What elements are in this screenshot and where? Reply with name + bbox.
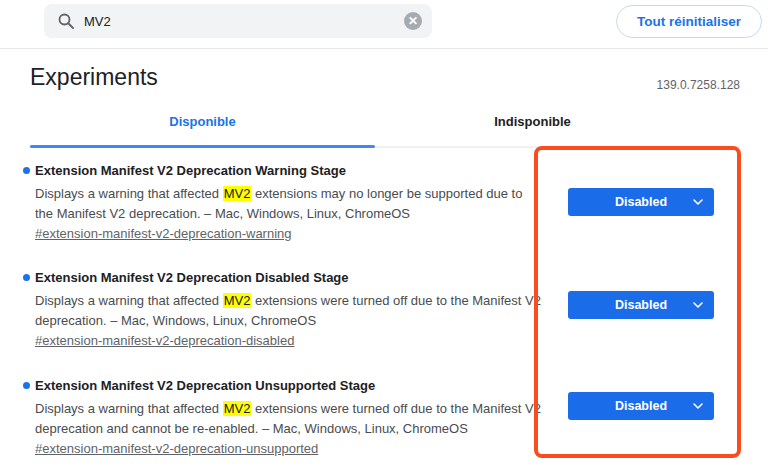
experiment-description-line2: the Manifest V2 deprecation. – Mac, Wind… xyxy=(35,205,410,222)
experiment-description-line1: Displays a warning that affected MV2 ext… xyxy=(35,400,541,417)
search-icon xyxy=(58,13,74,29)
flag-bullet-icon xyxy=(23,274,30,281)
search-highlight: MV2 xyxy=(223,186,252,201)
select-value: Disabled xyxy=(615,298,667,312)
experiment-title: Extension Manifest V2 Deprecation Disabl… xyxy=(35,269,575,286)
tab-divider-line xyxy=(375,146,740,148)
select-value: Disabled xyxy=(615,399,667,413)
experiment-description-line1: Displays a warning that affected MV2 ext… xyxy=(35,292,541,309)
reset-all-button[interactable]: Tout réinitialiser xyxy=(616,5,762,38)
experiment-select-unsupported[interactable]: Disabled xyxy=(568,392,714,420)
chevron-down-icon xyxy=(693,302,703,308)
search-input[interactable]: MV2 ✕ xyxy=(44,4,432,38)
flag-bullet-icon xyxy=(23,167,30,174)
clear-search-icon[interactable]: ✕ xyxy=(404,12,422,30)
experiment-permalink[interactable]: #extension-manifest-v2-deprecation-unsup… xyxy=(35,441,318,456)
version-label: 139.0.7258.128 xyxy=(657,78,740,92)
tab-active-underline xyxy=(30,145,375,148)
experiment-select-warning[interactable]: Disabled xyxy=(568,188,714,216)
experiment-description-line2: deprecation. – Mac, Windows, Linux, Chro… xyxy=(35,312,316,329)
experiment-permalink[interactable]: #extension-manifest-v2-deprecation-disab… xyxy=(35,333,294,348)
experiment-title: Extension Manifest V2 Deprecation Unsupp… xyxy=(35,377,575,394)
page-title: Experiments xyxy=(30,64,158,91)
header-divider xyxy=(0,48,768,49)
experiment-title: Extension Manifest V2 Deprecation Warnin… xyxy=(35,162,575,179)
experiment-row-warning: Extension Manifest V2 Deprecation Warnin… xyxy=(35,162,575,179)
search-highlight: MV2 xyxy=(223,401,252,416)
search-value[interactable]: MV2 xyxy=(84,14,404,29)
desc-text: Displays a warning that affected xyxy=(35,186,223,201)
experiment-description-line1: Displays a warning that affected MV2 ext… xyxy=(35,185,522,202)
chevron-down-icon xyxy=(693,199,703,205)
flag-bullet-icon xyxy=(23,382,30,389)
flags-page: MV2 ✕ Tout réinitialiser Experiments 139… xyxy=(0,0,768,473)
experiment-select-disabled[interactable]: Disabled xyxy=(568,291,714,319)
desc-text: Displays a warning that affected xyxy=(35,401,223,416)
tab-available[interactable]: Disponible xyxy=(30,114,375,129)
experiment-row-unsupported: Extension Manifest V2 Deprecation Unsupp… xyxy=(35,377,575,394)
desc-text: Displays a warning that affected xyxy=(35,293,223,308)
tab-unavailable[interactable]: Indisponible xyxy=(375,114,690,129)
experiment-permalink[interactable]: #extension-manifest-v2-deprecation-warni… xyxy=(35,226,292,241)
select-value: Disabled xyxy=(615,195,667,209)
desc-text: extensions were turned off due to the Ma… xyxy=(251,401,541,416)
experiment-description-line2: deprecation and cannot be re-enabled. – … xyxy=(35,420,468,437)
search-highlight: MV2 xyxy=(223,293,252,308)
desc-text: extensions were turned off due to the Ma… xyxy=(251,293,541,308)
chevron-down-icon xyxy=(693,403,703,409)
desc-text: extensions may no longer be supported du… xyxy=(251,186,522,201)
experiment-row-disabled: Extension Manifest V2 Deprecation Disabl… xyxy=(35,269,575,286)
